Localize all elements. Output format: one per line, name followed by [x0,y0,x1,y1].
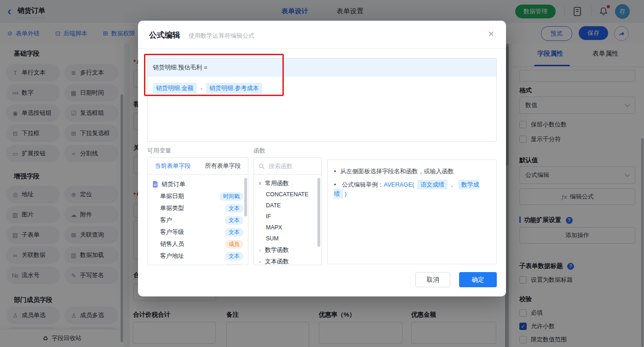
variable-row[interactable]: 单据日期时间戳 [148,190,248,202]
variable-name: 客户等级 [160,228,184,236]
close-icon[interactable]: × [488,29,494,39]
variable-row-partial[interactable] [148,262,248,265]
functions-caption: 函数 [253,147,265,155]
type-badge: 文本 [225,204,243,213]
minus-operator: - [201,85,202,92]
modal-subtitle: 使用数学运算符编辑公式 [189,32,254,40]
function-group-common[interactable]: ∨常用函数 [254,177,321,189]
type-badge: 文本 [225,228,243,237]
search-icon [259,163,264,169]
function-item[interactable]: MAPX [254,222,321,233]
tip-text: 从左侧面板选择字段名和函数，或输入函数 [340,168,454,175]
example-chip: 语文成绩 [417,180,448,189]
group-label: 文本函数 [265,257,289,266]
group-label: 常用函数 [265,179,289,188]
variable-name: 客户 [160,216,172,224]
variable-row[interactable]: 客户等级文本 [148,226,248,238]
document-icon [152,181,158,188]
function-group-math[interactable]: ›数学函数 [254,244,321,256]
formula-target-text: 销货明细.预估毛利 = [153,63,207,72]
variable-name: 客户地址 [160,252,184,260]
formula-field-chip[interactable]: 销货明细.金额 [153,83,197,94]
function-item[interactable]: SUM [254,233,321,244]
chevron-closed-icon: › [258,259,262,264]
example-close-paren: ) [345,190,346,197]
type-badge: 文本 [225,216,243,225]
variables-tabs: 当前表单字段 所有表单字段 [148,158,248,175]
variable-row[interactable]: 客户文本 [148,214,248,226]
function-item[interactable]: IF [254,211,321,222]
functions-scrollbar[interactable] [317,178,320,247]
group-label: 数学函数 [265,246,289,254]
tree-root-label: 销货订单 [161,180,185,188]
function-item[interactable]: DATE [254,200,321,211]
tips-panel: 从左侧面板选择字段名和函数，或输入函数 公式编辑举例：AVERAGE( 语文成绩… [327,159,497,264]
tip-text: 公式编辑举例： [342,181,384,188]
divider [138,48,506,49]
formula-target-row: 销货明细.预估毛利 = [148,58,496,77]
function-group-text[interactable]: ›文本函数 [254,256,321,265]
variable-name: 单据类型 [160,204,184,212]
function-item[interactable]: CONCATENATE [254,189,321,200]
formula-expression-row[interactable]: 销货明细.金额 - 销货明细.参考成本 [148,77,496,100]
variables-panel: 当前表单字段 所有表单字段 销货订单 单据日期时间戳 单据类型文本 客户文本 客… [147,157,248,265]
variable-name: 单据日期 [160,192,184,200]
type-badge [223,264,243,265]
variable-name: 销售人员 [160,240,184,248]
tab-current-form-fields[interactable]: 当前表单字段 [148,158,198,174]
example-comma: ， [449,181,455,188]
tip-line: 从左侧面板选择字段名和函数，或输入函数 [334,167,490,176]
variables-tree: 销货订单 单据日期时间戳 单据类型文本 客户文本 客户等级文本 销售人员成员 客… [148,175,248,265]
variable-row[interactable]: 销售人员成员 [148,238,248,250]
function-search-input[interactable] [268,162,316,170]
chevron-closed-icon: › [258,247,262,253]
variables-caption: 可用变量 [147,147,171,155]
function-search[interactable] [254,158,321,175]
chevron-open-icon: ∨ [258,180,262,186]
tip-example-line: 公式编辑举例：AVERAGE( 语文成绩， 数学成绩) [334,180,490,199]
type-badge: 文本 [225,252,243,261]
formula-editor-area[interactable]: 销货明细.预估毛利 = 销货明细.金额 - 销货明细.参考成本 [147,58,497,142]
formula-field-chip[interactable]: 销货明细.参考成本 [206,83,262,94]
example-function: AVERAGE( [384,181,414,188]
type-badge: 时间戳 [219,192,243,201]
functions-panel: ∨常用函数 CONCATENATE DATE IF MAPX SUM ›数学函数… [253,157,322,265]
variable-row[interactable]: 单据类型文本 [148,202,248,214]
tab-all-form-fields[interactable]: 所有表单字段 [198,158,248,174]
formula-editor-modal: 公式编辑 使用数学运算符编辑公式 × 销货明细.预估毛利 = 销货明细.金额 -… [138,21,506,296]
tree-root-form[interactable]: 销货订单 [148,178,248,190]
cancel-button[interactable]: 取消 [415,272,450,287]
confirm-button[interactable]: 确定 [459,272,497,287]
variables-scrollbar[interactable] [244,178,247,216]
variable-row[interactable]: 客户地址文本 [148,250,248,262]
modal-title: 公式编辑 [149,30,180,40]
type-badge: 成员 [225,240,243,249]
